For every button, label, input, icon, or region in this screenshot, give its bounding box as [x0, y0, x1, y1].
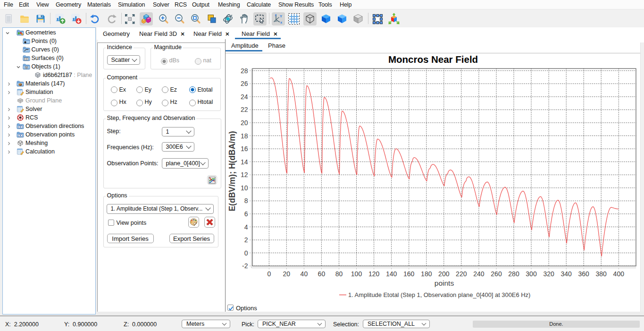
svg-text:2: 2	[244, 236, 248, 244]
svg-text:6: 6	[244, 210, 248, 218]
svg-text:Moncros Near Field: Moncros Near Field	[388, 54, 478, 65]
svg-text:20: 20	[283, 270, 291, 278]
svg-text:0: 0	[267, 270, 271, 278]
svg-text:0: 0	[244, 249, 248, 257]
svg-text:4: 4	[244, 223, 248, 231]
svg-text:200: 200	[438, 270, 450, 278]
svg-text:E(dBV/m); H(dBA/m): E(dBV/m); H(dBA/m)	[227, 131, 237, 211]
svg-text:18: 18	[241, 132, 248, 140]
svg-text:28: 28	[241, 67, 248, 75]
svg-text:Y: Y	[280, 14, 282, 18]
svg-text:180: 180	[421, 270, 432, 278]
svg-text:100: 100	[351, 270, 362, 278]
svg-text:20: 20	[241, 119, 248, 127]
svg-text:60: 60	[318, 270, 326, 278]
svg-text:300: 300	[526, 270, 537, 278]
svg-text:1. Amplitude Etotal (Step 1, O: 1. Amplitude Etotal (Step 1, Observation…	[348, 291, 530, 298]
svg-text:40: 40	[301, 270, 308, 278]
svg-text:26: 26	[241, 80, 248, 87]
svg-text:340: 340	[561, 270, 572, 278]
svg-text:22: 22	[241, 106, 248, 113]
svg-text:320: 320	[543, 270, 554, 278]
svg-text:80: 80	[335, 270, 343, 278]
svg-text:240: 240	[473, 270, 485, 278]
svg-text:260: 260	[491, 270, 502, 278]
svg-text:16: 16	[241, 145, 248, 153]
svg-text:14: 14	[241, 158, 248, 166]
svg-text:280: 280	[508, 270, 519, 278]
svg-text:360: 360	[578, 270, 590, 278]
svg-text:-2: -2	[242, 262, 248, 270]
svg-text:10: 10	[241, 184, 248, 192]
svg-text:380: 380	[596, 270, 607, 278]
svg-text:8: 8	[244, 197, 248, 204]
svg-text:140: 140	[386, 270, 397, 278]
svg-text:z: z	[275, 13, 277, 17]
svg-text:points: points	[435, 279, 454, 287]
svg-text:220: 220	[456, 270, 467, 278]
svg-text:12: 12	[241, 171, 248, 178]
svg-text:120: 120	[368, 270, 380, 278]
svg-text:x: x	[280, 20, 283, 25]
svg-text:160: 160	[403, 270, 415, 278]
svg-text:24: 24	[241, 93, 248, 101]
svg-text:400: 400	[613, 270, 625, 278]
